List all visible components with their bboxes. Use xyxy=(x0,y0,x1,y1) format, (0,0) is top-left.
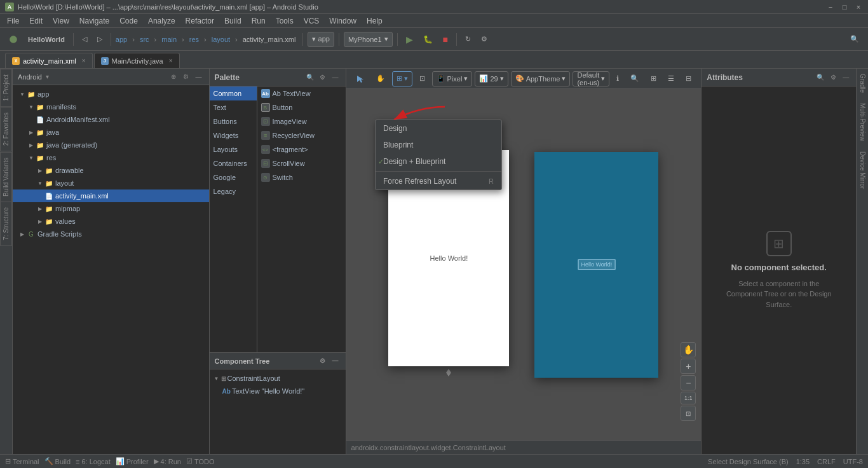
terminal-button[interactable]: ⊟ Terminal xyxy=(5,457,39,465)
palette-search-button[interactable]: 🔍 xyxy=(305,72,315,83)
locale-dropdown[interactable]: Default (en-us) ▾ xyxy=(573,71,609,86)
theme-dropdown[interactable]: 🎨 AppTheme ▾ xyxy=(511,71,571,86)
palette-cat-common[interactable]: Common xyxy=(210,86,257,100)
dropdown-item-design[interactable]: Design xyxy=(376,120,501,137)
attr-search-button[interactable]: 🔍 xyxy=(815,72,825,83)
tree-item-androidmanifest[interactable]: 📄 AndroidManifest.xml xyxy=(13,113,209,126)
palette-item-scrollview[interactable]: ⊟ ScrollView xyxy=(257,156,346,170)
blueprint-phone-frame[interactable]: Hello World! xyxy=(534,152,658,378)
tree-item-app[interactable]: ▼ 📁 app xyxy=(13,88,209,100)
tab-close-icon[interactable]: × xyxy=(82,57,86,64)
hand-tool-canvas-button[interactable]: ✋ xyxy=(681,342,696,357)
run-status-button[interactable]: ▶ 4: Run xyxy=(154,457,181,465)
palette-cat-containers[interactable]: Containers xyxy=(210,156,257,170)
app-config-dropdown[interactable]: ▾ app xyxy=(308,32,334,47)
logcat-button[interactable]: ≡ 6: Logcat xyxy=(76,458,111,465)
tree-item-activity-main[interactable]: 📄 activity_main.xml xyxy=(13,189,209,202)
project-settings-button[interactable]: ⚙ xyxy=(181,72,191,82)
palette-cat-google[interactable]: Google xyxy=(210,170,257,184)
api-level-dropdown[interactable]: 📊 29 ▾ xyxy=(475,71,508,86)
dropdown-item-design-blueprint[interactable]: Design + Blueprint xyxy=(376,153,501,170)
tree-item-values[interactable]: ▶ 📁 values xyxy=(13,215,209,228)
navigate-forward[interactable]: ▷ xyxy=(93,31,106,48)
palette-item-button[interactable]: B Button xyxy=(257,100,346,114)
menu-edit[interactable]: Edit xyxy=(25,15,47,27)
palette-settings-button[interactable]: ⚙ xyxy=(318,72,328,83)
comp-tree-textview[interactable]: Ab TextView "Hello World!" xyxy=(210,385,346,397)
tree-item-gradle[interactable]: ▶ G Gradle Scripts xyxy=(13,228,209,240)
resize-handle-bottom[interactable] xyxy=(445,366,452,379)
menu-file[interactable]: File xyxy=(3,15,24,27)
device-dropdown[interactable]: MyPhone1 ▾ xyxy=(344,32,393,47)
list-view-button[interactable]: ☰ xyxy=(663,71,679,86)
fit-screen-button[interactable]: ⊡ xyxy=(681,406,696,421)
palette-cat-layouts[interactable]: Layouts xyxy=(210,142,257,156)
sync-button[interactable]: ↻ xyxy=(461,31,475,48)
zoom-out-button[interactable]: − xyxy=(681,375,696,390)
zoom-to-fit-button[interactable]: ⊡ xyxy=(415,71,430,86)
view-mode-dropdown[interactable]: ⊞ ▾ xyxy=(392,71,412,86)
zoom-in-button[interactable]: + xyxy=(681,359,696,374)
menu-build[interactable]: Build xyxy=(220,15,246,27)
tree-item-manifests[interactable]: ▼ 📁 manifests xyxy=(13,100,209,113)
tree-item-drawable[interactable]: ▶ 📁 drawable xyxy=(13,164,209,177)
todo-button[interactable]: ☑ TODO xyxy=(186,457,215,465)
palette-cat-legacy[interactable]: Legacy xyxy=(210,184,257,198)
settings-button[interactable]: ⚙ xyxy=(477,31,491,48)
search-design-button[interactable]: 🔍 xyxy=(626,71,644,86)
menu-refactor[interactable]: Refactor xyxy=(181,15,219,27)
palette-item-switch[interactable]: ⊙ Switch xyxy=(257,170,346,184)
minimize-button[interactable]: − xyxy=(826,3,835,11)
tree-item-java[interactable]: ▶ 📁 java xyxy=(13,126,209,139)
tree-item-res[interactable]: ▼ 📁 res xyxy=(13,151,209,164)
close-button[interactable]: × xyxy=(854,3,863,11)
left-tab-build-variants[interactable]: Build Variants xyxy=(0,152,12,202)
debug-button[interactable]: 🐛 xyxy=(419,31,437,48)
dropdown-item-force-refresh[interactable]: Force Refresh Layout R xyxy=(376,173,501,189)
run-button[interactable]: ▶ xyxy=(402,31,417,48)
palette-item-fragment[interactable]: <> <fragment> xyxy=(257,142,346,156)
zoom-percent-button[interactable]: 1:1 xyxy=(681,392,696,404)
tree-item-java-generated[interactable]: ▶ 📁 java (generated) xyxy=(13,139,209,151)
stop-button[interactable]: ■ xyxy=(439,31,452,48)
right-tab-multi-preview[interactable]: Multi-Preview xyxy=(859,100,866,144)
comp-tree-constraintlayout[interactable]: ▼ ⊞ ConstraintLayout xyxy=(210,372,346,385)
palette-collapse-button[interactable]: — xyxy=(330,72,341,83)
menu-run[interactable]: Run xyxy=(247,15,270,27)
palette-item-recyclerview[interactable]: ≡ RecyclerView xyxy=(257,128,346,142)
maximize-button[interactable]: □ xyxy=(840,3,849,11)
project-cog-button[interactable]: ⊕ xyxy=(168,72,179,82)
palette-item-textview[interactable]: Ab Ab TextView xyxy=(257,86,346,100)
tab-mainactivity-close-icon[interactable]: × xyxy=(169,57,173,64)
comp-tree-settings-button[interactable]: ⚙ xyxy=(318,356,328,366)
right-tab-device-mirror[interactable]: Device Mirror xyxy=(859,149,866,191)
navigate-back[interactable]: ◁ xyxy=(78,31,91,48)
menu-navigate[interactable]: Navigate xyxy=(75,15,114,27)
menu-code[interactable]: Code xyxy=(115,15,142,27)
palette-cat-text[interactable]: Text xyxy=(210,100,257,114)
tree-item-layout[interactable]: ▼ 📁 layout xyxy=(13,177,209,189)
build-button[interactable]: 🔨 Build xyxy=(44,457,71,465)
project-collapse-button[interactable]: — xyxy=(194,72,204,82)
menu-help[interactable]: Help xyxy=(362,15,387,27)
dropdown-item-blueprint[interactable]: Blueprint xyxy=(376,137,501,153)
full-screen-button[interactable]: ⊟ xyxy=(681,71,696,86)
tab-mainactivity[interactable]: J MainActivity.java × xyxy=(94,53,180,68)
menu-window[interactable]: Window xyxy=(325,15,361,27)
grid-view-button[interactable]: ⊞ xyxy=(646,71,661,86)
left-tab-favorites[interactable]: 2: Favorites xyxy=(0,107,12,151)
right-tab-gradle[interactable]: Gradle xyxy=(859,71,866,95)
palette-item-imageview[interactable]: ⊡ ImageView xyxy=(257,114,346,128)
select-tool-button[interactable] xyxy=(351,71,369,86)
attr-settings-button[interactable]: ⚙ xyxy=(828,72,838,83)
left-tab-project[interactable]: 1: Project xyxy=(0,69,12,107)
attr-collapse-button[interactable]: — xyxy=(841,72,851,83)
tab-activity-main[interactable]: X activity_main.xml × xyxy=(5,53,93,68)
menu-analyze[interactable]: Analyze xyxy=(144,15,180,27)
panning-tool-button[interactable]: ✋ xyxy=(372,71,390,86)
device-size-dropdown[interactable]: 📱 Pixel ▾ xyxy=(432,71,473,86)
menu-vcs[interactable]: VCS xyxy=(299,15,324,27)
palette-cat-widgets[interactable]: Widgets xyxy=(210,128,257,142)
left-tab-structure[interactable]: 7: Structure xyxy=(0,202,12,246)
menu-view[interactable]: View xyxy=(48,15,74,27)
